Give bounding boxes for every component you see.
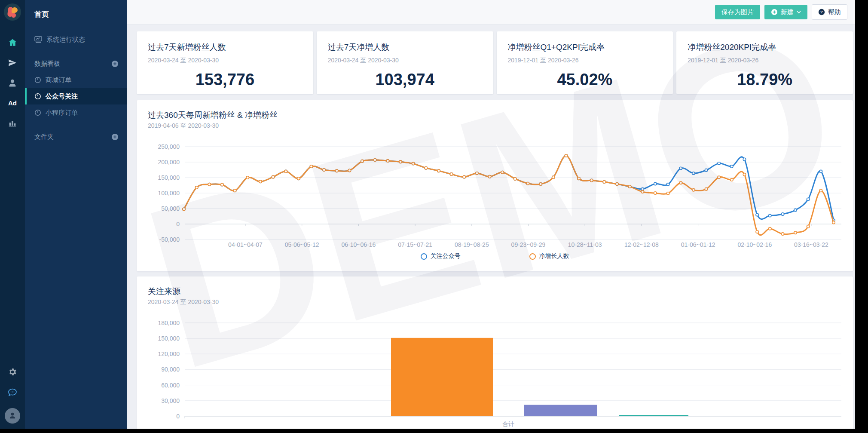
chat-icon[interactable] <box>0 382 25 402</box>
rail-bottom <box>0 362 25 424</box>
svg-text:0: 0 <box>176 221 180 227</box>
svg-text:09-23~09-29: 09-23~09-29 <box>511 241 546 248</box>
kpi-date-range: 2019-12-01 至 2020-03-26 <box>508 57 662 64</box>
sidebar-item-official-account[interactable]: 公众号关注 <box>25 88 127 104</box>
bar-chart-icon[interactable] <box>0 113 25 133</box>
page-title: 首页 <box>25 0 127 19</box>
sidebar-item-label: 公众号关注 <box>46 92 78 101</box>
bar-chart-card: 关注来源 2020-03-24 至 2020-03-30 180,000150,… <box>137 276 853 429</box>
monitor-chart-icon <box>34 36 42 43</box>
sidebar-section-folders[interactable]: 文件夹 <box>25 129 127 145</box>
sidebar-menu: 首页 系统运行状态 数据看板 商城订单 公众号关注 小程序订单 文件夹 <box>25 0 127 429</box>
kpi-title: 过去7天新增粉丝人数 <box>148 42 302 53</box>
user-icon[interactable] <box>0 73 25 93</box>
app-logo[interactable] <box>4 3 21 21</box>
legend-label: 关注公众号 <box>431 252 461 260</box>
send-icon[interactable] <box>0 52 25 73</box>
svg-text:120,000: 120,000 <box>158 350 180 357</box>
plus-circle-icon[interactable] <box>111 133 119 141</box>
kpi-card-q1q2-kpi[interactable]: 净增粉丝Q1+Q2KPI完成率 2019-12-01 至 2020-03-26 … <box>497 31 673 94</box>
svg-text:90,000: 90,000 <box>161 366 180 373</box>
gauge-icon <box>34 77 41 83</box>
new-label: 新建 <box>781 8 794 16</box>
kpi-title: 过去7天净增人数 <box>328 42 482 53</box>
kpi-value: 18.79% <box>688 71 842 89</box>
plus-circle-icon <box>771 9 778 15</box>
save-as-image-button[interactable]: 保存为图片 <box>715 5 760 19</box>
weekly-fans-line-chart[interactable]: 250,000200,000150,000100,00050,0000-50,0… <box>137 100 853 271</box>
svg-text:合计: 合计 <box>502 421 514 427</box>
home-icon[interactable] <box>0 32 25 52</box>
legend-label: 净增长人数 <box>539 252 569 260</box>
kpi-date-range: 2020-03-24 至 2020-03-30 <box>148 57 302 64</box>
svg-text:07-15~07-21: 07-15~07-21 <box>398 241 432 248</box>
sidebar-item-label: 商城订单 <box>46 76 71 84</box>
ad-nav-item[interactable]: Ad <box>0 93 25 113</box>
sidebar-item-miniprogram-orders[interactable]: 小程序订单 <box>25 104 127 121</box>
svg-text:30,000: 30,000 <box>161 397 180 404</box>
svg-text:01-06~01-12: 01-06~01-12 <box>681 241 715 248</box>
plus-circle-icon[interactable] <box>111 60 119 68</box>
kpi-card-new-fans[interactable]: 过去7天新增粉丝人数 2020-03-24 至 2020-03-30 153,7… <box>137 31 313 94</box>
logo-shape <box>11 13 16 18</box>
svg-text:60,000: 60,000 <box>161 382 180 389</box>
save-as-image-label: 保存为图片 <box>721 8 754 16</box>
kpi-title: 净增粉丝2020KPI完成率 <box>688 42 842 53</box>
kpi-value: 153,776 <box>148 71 302 89</box>
svg-text:?: ? <box>820 9 823 14</box>
new-button[interactable]: 新建 <box>764 5 807 19</box>
sidebar-item-label: 系统运行状态 <box>46 36 85 44</box>
svg-text:0: 0 <box>176 413 180 420</box>
line-chart-card: 过去360天每周新增粉丝 & 净增粉丝 2019-04-06 至 2020-03… <box>137 100 853 271</box>
kpi-card-2020-kpi[interactable]: 净增粉丝2020KPI完成率 2019-12-01 至 2020-03-26 1… <box>676 31 853 94</box>
kpi-value: 103,974 <box>328 71 482 89</box>
section-label: 数据看板 <box>34 60 60 68</box>
kpi-value: 45.02% <box>508 71 662 89</box>
question-circle-icon: ? <box>818 9 825 15</box>
gauge-icon <box>34 109 41 116</box>
sidebar-item-label: 小程序订单 <box>46 109 78 117</box>
kpi-card-row: 过去7天新增粉丝人数 2020-03-24 至 2020-03-30 153,7… <box>137 31 853 94</box>
sidebar-section-dashboards[interactable]: 数据看板 <box>25 55 127 72</box>
svg-text:06-10~06-16: 06-10~06-16 <box>342 241 376 248</box>
svg-text:04-01~04-07: 04-01~04-07 <box>228 241 263 248</box>
kpi-date-range: 2020-03-24 至 2020-03-30 <box>328 57 482 64</box>
svg-text:-50,000: -50,000 <box>159 236 180 243</box>
svg-text:100,000: 100,000 <box>158 190 180 197</box>
svg-text:250,000: 250,000 <box>158 143 180 150</box>
kpi-title: 净增粉丝Q1+Q2KPI完成率 <box>508 42 662 53</box>
rail-nav: Ad <box>0 32 25 133</box>
help-button[interactable]: ? 帮助 <box>812 4 847 20</box>
kpi-card-net-growth[interactable]: 过去7天净增人数 2020-03-24 至 2020-03-30 103,974 <box>317 31 493 94</box>
ad-label: Ad <box>8 99 17 107</box>
legend-item-net-growth[interactable]: 净增长人数 <box>529 252 569 260</box>
legend-marker-blue <box>421 253 427 260</box>
legend-marker-orange <box>529 253 536 260</box>
gauge-icon <box>34 93 41 100</box>
follow-source-bar-chart[interactable]: 180,000150,000120,00090,00060,00030,0000… <box>137 276 853 429</box>
topbar: 保存为图片 新建 ? 帮助 <box>127 0 855 25</box>
kpi-date-range: 2019-12-01 至 2020-03-26 <box>688 57 842 64</box>
sidebar-item-system-status[interactable]: 系统运行状态 <box>25 31 127 48</box>
svg-text:10-28~11-03: 10-28~11-03 <box>568 241 602 248</box>
main-area: 保存为图片 新建 ? 帮助 过去7天新增粉丝人数 2020-03-24 至 20… <box>127 0 855 429</box>
svg-text:12-02~12-08: 12-02~12-08 <box>624 241 659 248</box>
app-window: Ad 首页 系统运行状态 数据看板 <box>0 0 855 429</box>
chevron-down-icon <box>797 11 801 14</box>
chart-legend: 关注公众号 净增长人数 <box>137 252 853 260</box>
icon-rail: Ad <box>0 0 25 429</box>
section-label: 文件夹 <box>34 133 54 141</box>
svg-text:05-06~05-12: 05-06~05-12 <box>285 241 319 248</box>
legend-item-followers[interactable]: 关注公众号 <box>421 252 461 260</box>
svg-text:03-16~03-22: 03-16~03-22 <box>794 241 828 248</box>
avatar[interactable] <box>5 408 20 424</box>
gear-icon[interactable] <box>0 362 25 382</box>
svg-text:02-10~02-16: 02-10~02-16 <box>737 241 772 248</box>
svg-text:180,000: 180,000 <box>158 319 180 326</box>
svg-text:50,000: 50,000 <box>161 205 180 212</box>
help-label: 帮助 <box>828 8 841 16</box>
sidebar-item-mall-orders[interactable]: 商城订单 <box>25 72 127 88</box>
svg-text:200,000: 200,000 <box>158 159 180 166</box>
svg-text:150,000: 150,000 <box>158 335 180 342</box>
svg-text:08-19~08-25: 08-19~08-25 <box>455 241 489 248</box>
